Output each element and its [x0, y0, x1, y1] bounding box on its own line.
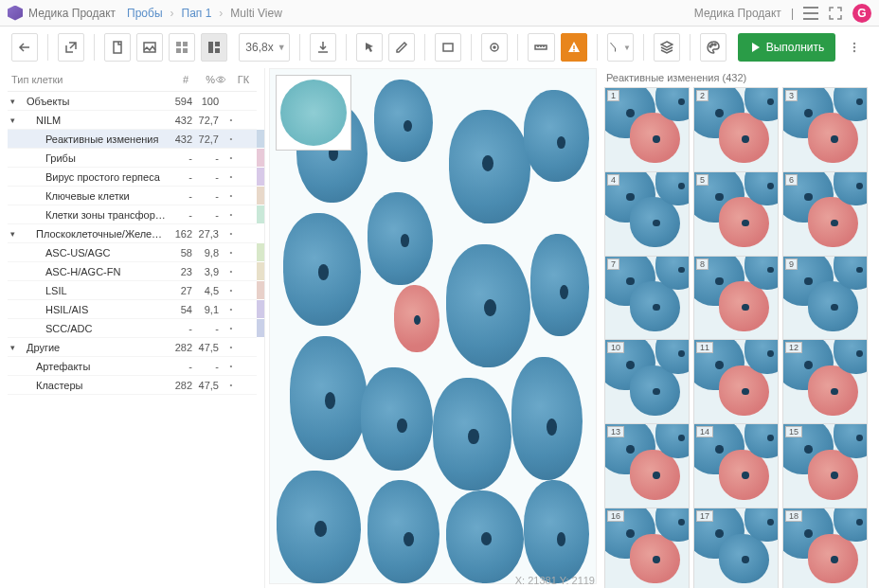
- cell-type-row[interactable]: Кластеры28247,5•: [8, 376, 257, 395]
- divider: [643, 34, 644, 61]
- crumb-probes[interactable]: Пробы: [127, 7, 162, 20]
- avatar[interactable]: G: [852, 4, 871, 23]
- row-label: SCC/ADC: [17, 323, 166, 334]
- chevron-right-icon: ›: [219, 7, 223, 20]
- row-eye: •: [223, 305, 240, 313]
- filter-button[interactable]: ▼: [607, 33, 634, 62]
- svg-rect-2: [176, 42, 181, 46]
- color-chip: [257, 149, 264, 167]
- cell-type-row[interactable]: ASC-H/AGC-FN233,9•: [8, 262, 257, 281]
- pencil-button[interactable]: [388, 33, 415, 62]
- external-link-button[interactable]: [58, 33, 84, 62]
- gallery-card[interactable]: 11: [693, 339, 779, 424]
- gallery-card[interactable]: 16: [604, 508, 690, 588]
- cell-type-row[interactable]: Вирус простого герпеса--•: [8, 168, 257, 187]
- cell-type-row[interactable]: ▾NILM43272,7•: [8, 111, 257, 130]
- row-pct: 27,3: [192, 228, 223, 240]
- ruler-button[interactable]: [528, 33, 554, 62]
- gallery-card[interactable]: 10: [604, 339, 690, 424]
- grid-large-button[interactable]: [201, 33, 227, 62]
- gallery-card[interactable]: 14: [693, 423, 779, 508]
- cell-type-row[interactable]: SCC/ADC--•: [8, 319, 257, 338]
- cell-type-row[interactable]: ▾Другие28247,5•: [8, 338, 257, 357]
- cell-type-row[interactable]: ASC-US/AGC589,8•: [8, 243, 257, 262]
- svg-rect-5: [183, 48, 188, 53]
- cell-type-row[interactable]: ▾Плоскоклеточные/Железис...16227,3•: [8, 224, 257, 243]
- back-button[interactable]: [11, 33, 38, 62]
- row-eye: •: [223, 116, 240, 124]
- row-count: 282: [166, 342, 192, 353]
- svg-rect-0: [114, 42, 121, 53]
- card-number: 11: [696, 342, 713, 353]
- divider: [517, 34, 518, 61]
- cell-type-row[interactable]: Клетки зоны трансформа...--•: [8, 205, 257, 224]
- col-pct: %: [188, 74, 215, 85]
- row-pct: 100: [192, 96, 223, 107]
- card-number: 9: [785, 258, 798, 270]
- zoom-select[interactable]: 36,8x ▼: [239, 33, 290, 62]
- gallery-card[interactable]: 4: [604, 171, 690, 257]
- cell-type-row[interactable]: Артефакты--•: [8, 357, 257, 376]
- row-count: -: [166, 190, 192, 202]
- run-button[interactable]: Выполнить: [738, 33, 836, 62]
- gallery-card[interactable]: 13: [604, 423, 690, 508]
- cell-type-row[interactable]: Грибы--•: [8, 149, 257, 168]
- divider: [424, 34, 425, 61]
- row-eye: •: [223, 267, 240, 276]
- gallery-card[interactable]: 18: [782, 508, 868, 588]
- palette-button[interactable]: [700, 33, 727, 62]
- gallery-card[interactable]: 9: [782, 256, 868, 341]
- gallery-card[interactable]: 15: [782, 423, 868, 508]
- cell-type-row[interactable]: LSIL274,5•: [8, 281, 257, 300]
- grid-small-button[interactable]: [169, 33, 195, 62]
- pointer-button[interactable]: [356, 33, 383, 62]
- gallery-card[interactable]: 6: [782, 171, 868, 257]
- card-number: 10: [607, 342, 624, 353]
- more-button[interactable]: [841, 33, 868, 62]
- gallery-card[interactable]: 17: [693, 508, 779, 588]
- gallery-grid: 123456789101112131415161718: [604, 87, 871, 588]
- gallery-card[interactable]: 5: [693, 171, 779, 257]
- cell-type-row[interactable]: Ключевые клетки--•: [8, 187, 257, 205]
- brand-label: Медика Продакт: [28, 7, 116, 20]
- col-count: #: [162, 74, 188, 85]
- document-button[interactable]: [104, 33, 131, 62]
- rect-button[interactable]: [435, 33, 461, 62]
- gallery-card[interactable]: 12: [782, 339, 868, 424]
- menu-icon[interactable]: [803, 7, 818, 20]
- color-chip: [257, 262, 264, 280]
- row-eye: •: [223, 362, 240, 370]
- color-chip: [257, 168, 264, 186]
- divider: [299, 34, 300, 61]
- gallery-card[interactable]: 7: [604, 256, 690, 341]
- cell-type-row[interactable]: Реактивные изменения43272,7•: [8, 130, 257, 149]
- layers-button[interactable]: [654, 33, 680, 62]
- card-number: 12: [785, 342, 802, 353]
- color-chip: [257, 243, 264, 261]
- slide-viewer[interactable]: [269, 68, 597, 584]
- row-eye: •: [223, 248, 240, 257]
- warning-button[interactable]: [561, 33, 587, 62]
- divider: [94, 34, 95, 61]
- download-button[interactable]: [310, 33, 336, 62]
- divider: [597, 34, 598, 61]
- topbar-right: Медика Продакт | G: [694, 4, 871, 23]
- card-number: 17: [696, 510, 713, 522]
- row-count: -: [166, 323, 192, 334]
- fullscreen-icon[interactable]: [828, 6, 843, 21]
- row-pct: 72,7: [192, 115, 223, 126]
- gallery-card[interactable]: 3: [782, 87, 868, 172]
- target-button[interactable]: [481, 33, 508, 62]
- cell-type-row[interactable]: ▾Объекты594100: [8, 92, 257, 111]
- toolbar: 36,8x ▼ ▼ Выполнить: [0, 27, 879, 68]
- col-type: Тип клетки: [11, 74, 162, 85]
- crumb-pap1[interactable]: Пап 1: [182, 7, 212, 20]
- image-button[interactable]: [136, 33, 163, 62]
- gallery-card[interactable]: 1: [604, 87, 690, 172]
- overview-thumbnail[interactable]: [276, 75, 351, 151]
- cell-type-row[interactable]: HSIL/AIS549,1•: [8, 300, 257, 319]
- zoom-value: 36,8x: [245, 41, 273, 54]
- gallery-card[interactable]: 2: [693, 87, 779, 172]
- gallery-card[interactable]: 8: [693, 256, 779, 341]
- viewer-panel: X: 21381 Y: 2119: [265, 68, 604, 588]
